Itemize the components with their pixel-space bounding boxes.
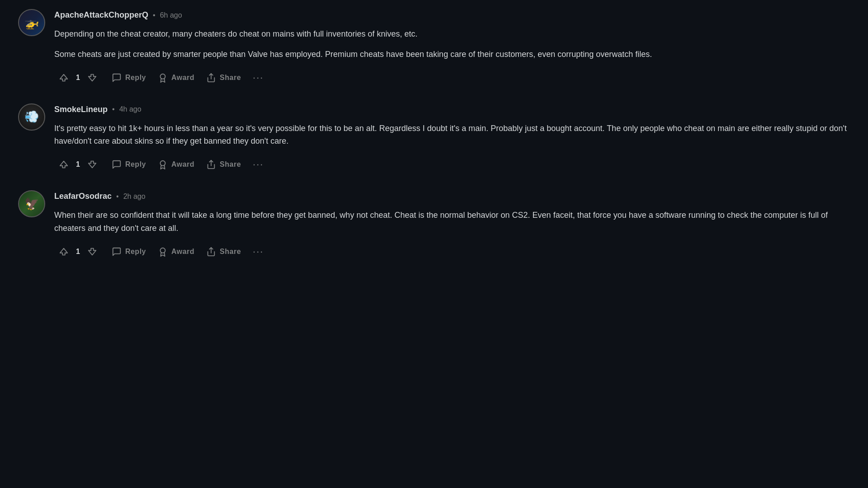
comment-content: ApacheAttackChopperQ•6h agoDepending on … xyxy=(54,9,850,85)
username[interactable]: SmokeLineup xyxy=(54,103,108,116)
share-icon xyxy=(206,160,216,169)
downvote-icon xyxy=(87,247,97,257)
award-icon xyxy=(158,73,168,83)
action-bar: 1ReplyAwardShare··· xyxy=(54,244,850,259)
award-label: Award xyxy=(171,248,194,256)
username[interactable]: LeafarOsodrac xyxy=(54,190,112,202)
reply-button[interactable]: Reply xyxy=(107,244,151,259)
comment-3: LeafarOsodrac•2h agoWhen their are so co… xyxy=(18,190,850,259)
more-button[interactable]: ··· xyxy=(248,71,268,84)
reply-button[interactable]: Reply xyxy=(107,70,151,85)
upvote-icon xyxy=(59,160,69,169)
comment-header: LeafarOsodrac•2h ago xyxy=(54,190,850,202)
share-label: Share xyxy=(220,248,241,256)
separator-dot: • xyxy=(116,191,119,202)
action-bar: 1ReplyAwardShare··· xyxy=(54,157,850,172)
reply-button[interactable]: Reply xyxy=(107,157,151,172)
reply-icon xyxy=(112,160,122,169)
award-label: Award xyxy=(171,74,194,82)
comment-header: ApacheAttackChopperQ•6h ago xyxy=(54,9,850,21)
upvote-button[interactable] xyxy=(54,244,73,259)
action-bar: 1ReplyAwardShare··· xyxy=(54,70,850,85)
avatar xyxy=(18,190,45,217)
comments-container: ApacheAttackChopperQ•6h agoDepending on … xyxy=(18,9,850,259)
comment-paragraph: Depending on the cheat creator, many che… xyxy=(54,28,850,41)
timestamp: 4h ago xyxy=(119,104,142,115)
award-button[interactable]: Award xyxy=(153,244,199,259)
award-icon xyxy=(158,160,168,169)
timestamp: 2h ago xyxy=(123,191,146,202)
separator-dot: • xyxy=(112,104,115,115)
comment-paragraph: When their are so confident that it will… xyxy=(54,209,850,235)
reply-label: Reply xyxy=(125,160,146,169)
vote-section: 1 xyxy=(54,70,102,85)
separator-dot: • xyxy=(153,10,156,21)
share-icon xyxy=(206,73,216,83)
comment-paragraph: Some cheats are just created by smarter … xyxy=(54,48,850,61)
avatar xyxy=(18,9,45,36)
comment-paragraph: It's pretty easy to hit 1k+ hours in les… xyxy=(54,122,850,148)
share-icon xyxy=(206,247,216,257)
reply-icon xyxy=(112,73,122,83)
reply-label: Reply xyxy=(125,248,146,256)
comment-text: Depending on the cheat creator, many che… xyxy=(54,28,850,61)
downvote-button[interactable] xyxy=(83,70,102,85)
share-label: Share xyxy=(220,74,241,82)
comment-content: LeafarOsodrac•2h agoWhen their are so co… xyxy=(54,190,850,259)
comment-header: SmokeLineup•4h ago xyxy=(54,103,850,116)
vote-section: 1 xyxy=(54,157,102,172)
upvote-button[interactable] xyxy=(54,157,73,172)
comment-text: When their are so confident that it will… xyxy=(54,209,850,235)
award-icon xyxy=(158,247,168,257)
comment-1: ApacheAttackChopperQ•6h agoDepending on … xyxy=(18,9,850,85)
upvote-icon xyxy=(59,247,69,257)
upvote-button[interactable] xyxy=(54,70,73,85)
more-button[interactable]: ··· xyxy=(248,245,268,258)
share-button[interactable]: Share xyxy=(202,70,245,85)
downvote-button[interactable] xyxy=(83,157,102,172)
vote-count: 1 xyxy=(76,159,80,170)
more-button[interactable]: ··· xyxy=(248,158,268,171)
award-button[interactable]: Award xyxy=(153,70,199,85)
comment-2: SmokeLineup•4h agoIt's pretty easy to hi… xyxy=(18,103,850,173)
reply-icon xyxy=(112,247,122,257)
downvote-button[interactable] xyxy=(83,244,102,259)
avatar xyxy=(18,103,45,131)
username[interactable]: ApacheAttackChopperQ xyxy=(54,9,148,21)
share-button[interactable]: Share xyxy=(202,244,245,259)
vote-count: 1 xyxy=(76,246,80,257)
downvote-icon xyxy=(87,73,97,83)
comment-text: It's pretty easy to hit 1k+ hours in les… xyxy=(54,122,850,148)
reply-label: Reply xyxy=(125,74,146,82)
award-label: Award xyxy=(171,160,194,169)
comment-content: SmokeLineup•4h agoIt's pretty easy to hi… xyxy=(54,103,850,173)
timestamp: 6h ago xyxy=(160,10,182,21)
award-button[interactable]: Award xyxy=(153,157,199,172)
downvote-icon xyxy=(87,160,97,169)
share-button[interactable]: Share xyxy=(202,157,245,172)
vote-count: 1 xyxy=(76,72,80,83)
vote-section: 1 xyxy=(54,244,102,259)
upvote-icon xyxy=(59,73,69,83)
share-label: Share xyxy=(220,160,241,169)
